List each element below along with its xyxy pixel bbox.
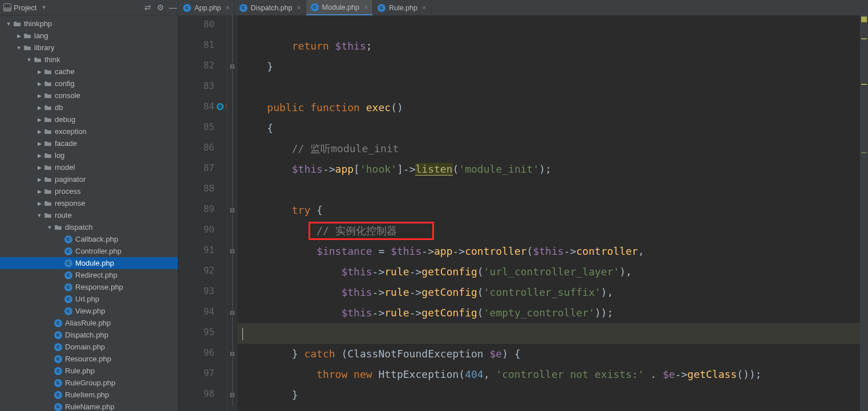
chevron-down-icon[interactable]: ▼ (35, 213, 43, 218)
chevron-right-icon[interactable]: ▶ (35, 81, 43, 87)
tree-file[interactable]: ▶CAliasRule.php (0, 317, 178, 329)
code-line[interactable]: $this->app['hook']->listen('module_init'… (238, 159, 860, 180)
code-line[interactable]: $this->rule->getConfig('url_controller_l… (238, 262, 860, 282)
chevron-right-icon[interactable]: ▶ (35, 177, 43, 182)
hide-tool-icon[interactable]: — (168, 3, 178, 12)
code-line[interactable]: { (238, 118, 860, 139)
tree-folder[interactable]: ▶response (0, 197, 178, 209)
tree-file[interactable]: ▶CRule.php (0, 365, 178, 377)
code-line[interactable]: } (238, 385, 860, 405)
chevron-right-icon[interactable]: ▶ (35, 153, 43, 158)
code-line[interactable]: } catch (ClassNotFoundException $e) { (238, 344, 860, 364)
tree-file[interactable]: ▶CResource.php (0, 353, 178, 365)
tree-file[interactable]: ▶CRuleItem.php (0, 389, 178, 401)
code-line[interactable]: $this->rule->getConfig('controller_suffi… (238, 282, 860, 303)
chevron-right-icon[interactable]: ▶ (35, 93, 43, 99)
code-line[interactable]: return $this; (238, 36, 860, 56)
chevron-down-icon[interactable]: ▼ (15, 45, 23, 51)
gutter-fold[interactable]: ⊟⊟⊟⊟⊟⊟ (228, 15, 238, 411)
close-icon[interactable]: × (422, 4, 426, 12)
tree-file[interactable]: ▶CModule.php (0, 257, 178, 269)
tree-folder[interactable]: ▶paginator (0, 173, 178, 185)
code-area[interactable]: return $this; } public function exec() {… (238, 15, 860, 411)
tree-folder[interactable]: ▼think (0, 54, 178, 66)
tree-folder[interactable]: ▶exception (0, 125, 178, 137)
fold-toggle-icon[interactable]: ⊟ (229, 63, 236, 70)
tree-folder[interactable]: ▶cache (0, 66, 178, 78)
tree-file[interactable]: ▶CUrl.php (0, 293, 178, 305)
close-icon[interactable]: × (297, 4, 301, 12)
tree-folder[interactable]: ▶facade (0, 137, 178, 149)
code-line[interactable] (238, 180, 860, 200)
tree-file[interactable]: ▶CController.php (0, 245, 178, 257)
code-line[interactable]: // 监听module_init (238, 139, 860, 159)
chevron-right-icon[interactable]: ▶ (15, 33, 23, 39)
editor-scrollbar[interactable] (860, 15, 868, 411)
code-line[interactable]: // 实例化控制器 (238, 221, 860, 241)
scrollbar-mark[interactable] (861, 38, 867, 39)
chevron-right-icon[interactable]: ▶ (35, 165, 43, 170)
tree-folder[interactable]: ▼dispatch (0, 221, 178, 233)
fold-toggle-icon[interactable]: ⊟ (229, 392, 236, 398)
tree-file[interactable]: ▶CRuleName.php (0, 401, 178, 411)
editor-tab[interactable]: CApp.php× (179, 0, 235, 15)
tree-folder[interactable]: ▼route (0, 209, 178, 221)
close-icon[interactable]: × (226, 4, 230, 12)
tree-file[interactable]: ▶CCallback.php (0, 233, 178, 245)
fold-toggle-icon[interactable]: ⊟ (229, 310, 236, 316)
chevron-right-icon[interactable]: ▶ (35, 69, 43, 75)
chevron-right-icon[interactable]: ▶ (35, 201, 43, 206)
code-line[interactable]: $instance = $this->app->controller($this… (238, 241, 860, 262)
fold-toggle-icon[interactable]: ⊟ (229, 351, 236, 357)
tree-folder[interactable]: ▶model (0, 161, 178, 173)
tree-folder[interactable]: ▶log (0, 149, 178, 161)
tree-folder[interactable]: ▼thinkphp (0, 18, 178, 30)
collapse-tool-icon[interactable]: ⇄ (143, 3, 153, 12)
code-line[interactable]: $this->rule->getConfig('empty_controller… (238, 303, 860, 323)
scrollbar-mark[interactable] (861, 84, 867, 85)
tree-folder[interactable]: ▶config (0, 78, 178, 89)
tree-file[interactable]: ▶CDispatch.php (0, 329, 178, 341)
tree-file[interactable]: ▶CResponse.php (0, 281, 178, 293)
tree-folder[interactable]: ▼library (0, 42, 178, 54)
chevron-down-icon[interactable]: ▼ (5, 21, 13, 27)
project-tree[interactable]: ▼thinkphp▶lang▼library▼think▶cache▶confi… (0, 15, 179, 411)
chevron-down-icon[interactable]: ▼ (25, 57, 33, 63)
chevron-down-icon[interactable]: ▼ (46, 225, 54, 230)
code-editor[interactable]: 80818283848586878889909192939495969798↑ … (179, 15, 868, 411)
tree-file[interactable]: ▶CDomain.php (0, 341, 178, 353)
tree-folder[interactable]: ▶debug (0, 113, 178, 125)
editor-tabs-bar: CApp.php×CDispatch.php×CModule.php×CRule… (179, 0, 868, 15)
code-line[interactable] (238, 323, 860, 344)
close-icon[interactable]: × (364, 3, 368, 11)
code-line[interactable] (238, 77, 860, 97)
tree-file[interactable]: ▶CRedirect.php (0, 269, 178, 281)
fold-toggle-icon[interactable]: ⊟ (229, 248, 236, 255)
inspection-indicator[interactable] (861, 17, 867, 22)
chevron-right-icon[interactable]: ▶ (35, 117, 43, 123)
editor-tab[interactable]: CModule.php× (306, 0, 373, 15)
code-line[interactable]: try { (238, 200, 860, 221)
tree-file[interactable]: ▶CRuleGroup.php (0, 377, 178, 389)
project-dropdown-label[interactable]: Project (14, 3, 36, 12)
tree-folder[interactable]: ▶console (0, 89, 178, 101)
tree-folder[interactable]: ▶db (0, 101, 178, 113)
tree-file[interactable]: ▶CView.php (0, 305, 178, 317)
override-marker-icon[interactable]: ↑ (217, 103, 226, 112)
editor-tab[interactable]: CRule.php× (373, 0, 431, 15)
gear-icon[interactable]: ⚙ (155, 3, 165, 12)
chevron-right-icon[interactable]: ▶ (35, 105, 43, 111)
code-line[interactable] (238, 15, 860, 36)
tree-folder[interactable]: ▶process (0, 185, 178, 197)
code-line[interactable]: throw new HttpException(404, 'controller… (238, 364, 860, 385)
chevron-down-icon[interactable]: ▼ (41, 5, 46, 10)
code-line[interactable]: public function exec() (238, 97, 860, 118)
editor-tab[interactable]: CDispatch.php× (235, 0, 306, 15)
tree-folder[interactable]: ▶lang (0, 30, 178, 42)
code-line[interactable]: } (238, 56, 860, 77)
chevron-right-icon[interactable]: ▶ (35, 141, 43, 147)
scrollbar-mark[interactable] (861, 152, 867, 153)
fold-toggle-icon[interactable]: ⊟ (229, 207, 236, 214)
chevron-right-icon[interactable]: ▶ (35, 189, 43, 194)
chevron-right-icon[interactable]: ▶ (35, 129, 43, 135)
